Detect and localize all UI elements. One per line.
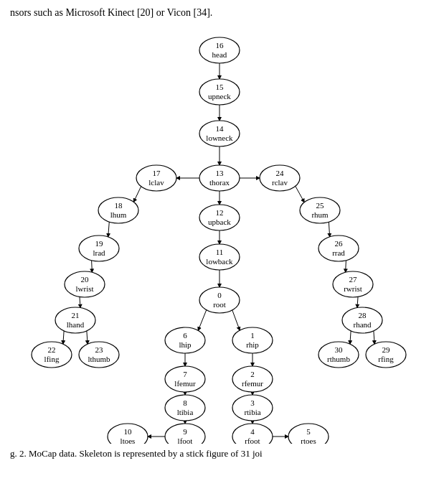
node-8: 8ltibia <box>165 395 205 421</box>
node-1: 1rhip <box>232 327 273 353</box>
node-26: 26rrad <box>318 235 359 261</box>
node-14: 14lowneck <box>199 121 240 146</box>
node-12: 12upback <box>199 205 240 230</box>
svg-line-20 <box>198 309 207 330</box>
node-4: 4rfoot <box>232 424 273 444</box>
svg-line-14 <box>87 330 88 343</box>
node-2: 2rfemur <box>232 366 273 392</box>
node-23: 23lthumb <box>79 342 119 368</box>
header-text: nsors such as Microsoft Kinect [20] or V… <box>0 0 439 20</box>
svg-line-9 <box>92 260 93 272</box>
svg-line-6 <box>296 186 304 202</box>
node-18: 18lhum <box>98 197 138 223</box>
skeleton-diagram: 16head15upneck14lowneck13thorax17lclav24… <box>0 20 439 444</box>
node-19: 19lrad <box>79 235 119 261</box>
node-22: 22lfing <box>32 342 72 368</box>
svg-line-12 <box>357 297 358 307</box>
node-9: 9lfoot <box>165 424 205 444</box>
node-10: 10ltoes <box>108 424 148 444</box>
svg-line-21 <box>232 310 240 330</box>
node-0: 0root <box>199 287 240 313</box>
node-13: 13thorax <box>199 165 240 191</box>
node-16: 16head <box>199 37 240 63</box>
svg-line-8 <box>329 222 329 237</box>
node-11: 11lowback <box>199 244 240 270</box>
svg-line-11 <box>80 297 80 307</box>
node-7: 7lfemur <box>165 366 205 392</box>
svg-line-15 <box>350 330 351 343</box>
node-5: 5rtoes <box>288 424 329 444</box>
footer-text: g. 2. MoCap data. Skeleton is represente… <box>0 444 439 464</box>
svg-line-13 <box>63 330 64 343</box>
node-25: 25rhum <box>300 197 340 223</box>
svg-line-7 <box>108 222 110 237</box>
node-6: 6lhip <box>165 327 205 353</box>
node-20: 20lwrist <box>65 271 105 297</box>
node-29: 29rfing <box>366 342 406 368</box>
diagram-container: 16head15upneck14lowneck13thorax17lclav24… <box>0 20 439 444</box>
node-27: 27rwrist <box>333 271 373 297</box>
node-28: 28rhand <box>342 307 382 333</box>
page: nsors such as Microsoft Kinect [20] or V… <box>0 0 439 463</box>
svg-line-5 <box>133 186 141 202</box>
node-21: 21lhand <box>55 307 95 333</box>
svg-line-10 <box>346 260 346 272</box>
node-15: 15upneck <box>199 79 240 105</box>
node-24: 24rclav <box>260 165 300 191</box>
node-17: 17lclav <box>136 165 176 191</box>
node-3: 3rtibia <box>232 395 273 421</box>
svg-line-16 <box>374 330 374 343</box>
node-30: 30rthumb <box>318 342 359 368</box>
